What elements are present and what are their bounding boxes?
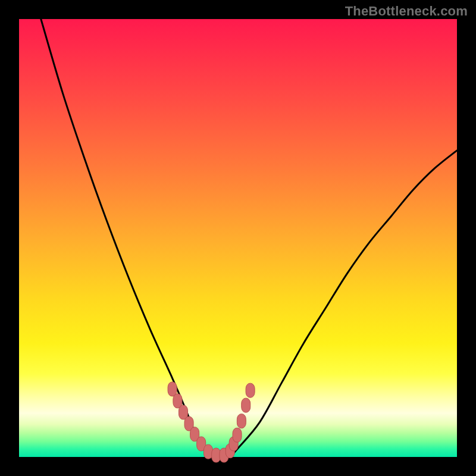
plot-area bbox=[19, 19, 457, 457]
valley-marker bbox=[233, 428, 242, 442]
marker-layer bbox=[168, 382, 255, 462]
chart-stage: TheBottleneck.com bbox=[0, 0, 476, 476]
valley-marker bbox=[246, 383, 255, 397]
watermark-text: TheBottleneck.com bbox=[345, 4, 468, 19]
valley-marker bbox=[242, 398, 250, 412]
curve-svg bbox=[19, 19, 457, 457]
valley-marker bbox=[237, 414, 246, 428]
